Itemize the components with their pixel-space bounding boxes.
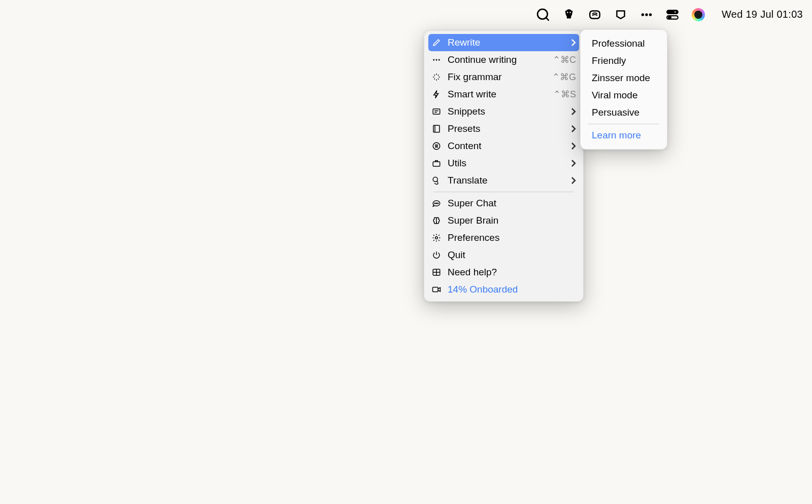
svg-point-11 [433,59,434,61]
pencil-icon [431,38,442,48]
help-icon [431,267,442,277]
submenu-label: Viral mode [592,90,637,101]
menu-label: Content [448,140,568,152]
menu-label: Rewrite [448,37,568,48]
menu-item-smart-write[interactable]: Smart write ⌃⌘S [424,86,583,103]
power-icon [431,250,442,260]
menu-item-super-chat[interactable]: Super Chat [424,195,583,212]
svg-point-1 [567,12,568,13]
menu-label: Super Chat [448,198,576,209]
chevron-right-icon [568,125,576,132]
svg-point-20 [436,203,437,204]
svg-rect-24 [433,287,438,292]
video-icon [431,284,442,295]
svg-point-2 [569,12,571,13]
menu-item-snippets[interactable]: Snippets [424,103,583,120]
datetime[interactable]: Wed 19 Jul 01:03 [722,9,803,20]
chevron-right-icon [568,108,576,115]
svg-point-4 [641,13,644,16]
siri-icon[interactable] [692,8,705,21]
shortcut: ⌃⌘G [552,71,576,83]
svg-point-5 [645,13,648,16]
chevron-right-icon [568,142,576,150]
menu-label: 14% Onboarded [448,284,576,295]
menu-item-preferences[interactable]: Preferences [424,229,583,246]
menu-item-utils[interactable]: Utils [424,155,583,172]
menu-item-rewrite[interactable]: Rewrite [428,34,579,51]
bolt-icon [431,89,442,99]
submenu-label: Persuasive [592,107,639,118]
menubar: Wed 19 Jul 01:03 [536,0,812,29]
globe-icon [431,175,442,186]
book-icon [431,124,442,134]
chevron-right-icon [568,39,576,46]
more-icon[interactable] [640,8,653,21]
submenu-label: Zinsser mode [592,73,650,84]
menu-label: Need help? [448,267,576,278]
menu-item-need-help[interactable]: Need help? [424,264,583,281]
menu-label: Translate [448,175,568,186]
menu-label: Presets [448,123,568,134]
menu-label: Utils [448,158,568,169]
svg-rect-14 [433,109,440,115]
text-icon [431,106,442,117]
svg-point-19 [434,203,435,204]
menu-label: Preferences [448,232,576,243]
menu-item-quit[interactable]: Quit [424,246,583,264]
svg-point-12 [436,59,437,61]
svg-point-10 [668,16,671,19]
submenu-label: Friendly [592,55,626,66]
qgis-icon[interactable] [536,8,550,21]
menu-label: Super Brain [448,215,576,226]
sparkle-icon [431,72,442,82]
evernote-icon[interactable] [562,8,576,21]
gear-icon [431,233,442,243]
shortcut: ⌃⌘C [553,54,576,65]
brain-icon [431,215,442,226]
menu-separator [433,192,574,192]
chat-icon [431,198,442,208]
submenu-label: Learn more [592,130,641,141]
menu-item-presets[interactable]: Presets [424,120,583,137]
svg-point-6 [649,13,652,16]
menu-label: Continue writing [448,54,553,65]
submenu-item-persuasive[interactable]: Persuasive [581,104,667,121]
menu-label: Fix grammar [448,71,552,83]
list-icon [431,141,442,151]
submenu-item-zinsser[interactable]: Zinsser mode [581,69,667,87]
zoom-icon[interactable] [588,8,601,21]
menu-item-onboarded[interactable]: 14% Onboarded [424,281,583,298]
submenu-item-friendly[interactable]: Friendly [581,52,667,69]
menu-label: Smart write [448,89,553,100]
menu-item-translate[interactable]: Translate [424,172,583,189]
svg-rect-15 [433,125,439,132]
main-menu: Rewrite Continue writing ⌃⌘C Fix grammar… [424,30,584,302]
menu-label: Snippets [448,106,568,117]
svg-point-21 [437,203,438,204]
menu-item-content[interactable]: Content [424,137,583,155]
briefcase-icon [431,158,442,168]
submenu-item-learn-more[interactable]: Learn more [581,127,667,144]
dots-icon [431,55,442,65]
submenu-item-professional[interactable]: Professional [581,35,667,52]
menu-item-super-brain[interactable]: Super Brain [424,212,583,229]
menu-item-continue-writing[interactable]: Continue writing ⌃⌘C [424,51,583,68]
shortcut: ⌃⌘S [553,89,576,100]
submenu-label: Professional [592,38,645,49]
chevron-right-icon [568,160,576,167]
submenu-item-viral[interactable]: Viral mode [581,87,667,104]
control-center-icon[interactable] [666,8,679,21]
chevron-right-icon [568,177,576,184]
submenu-rewrite: Professional Friendly Zinsser mode Viral… [580,29,667,150]
svg-point-22 [435,237,438,239]
menu-label: Quit [448,249,576,261]
menu-item-fix-grammar[interactable]: Fix grammar ⌃⌘G [424,68,583,86]
svg-point-8 [674,11,676,13]
app-icon[interactable] [614,8,627,21]
svg-rect-17 [433,162,440,166]
submenu-separator [588,124,659,124]
svg-point-13 [438,59,440,61]
